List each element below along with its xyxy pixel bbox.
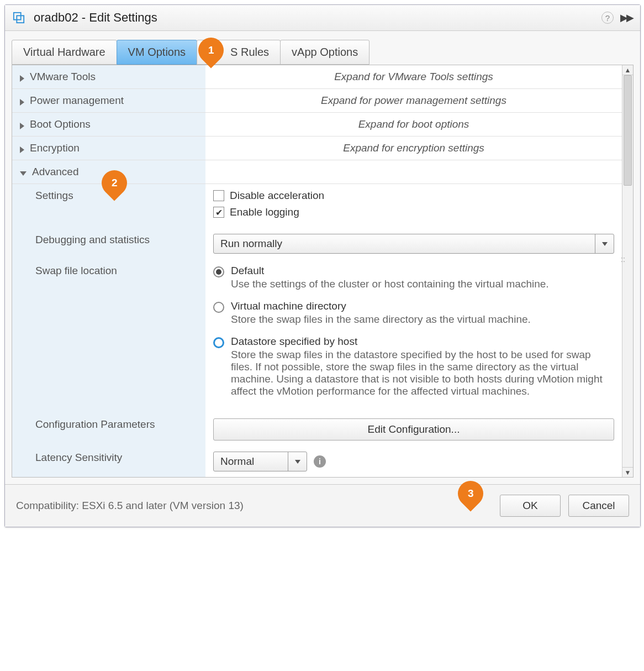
window-title: oradb02 - Edit Settings — [34, 11, 601, 25]
swap-label: Swap file location — [35, 265, 117, 277]
checkbox-disable-acceleration[interactable] — [213, 190, 224, 201]
tab-virtual-hardware[interactable]: Virtual Hardware — [12, 40, 117, 65]
dropdown-debugging[interactable]: Run normally — [213, 234, 614, 254]
radio-desc: Store the swap files in the datastore sp… — [231, 349, 614, 397]
chevron-down-icon[interactable] — [595, 234, 614, 253]
checkbox-label: Disable acceleration — [230, 190, 324, 202]
radio-label: Datastore specified by host — [231, 336, 614, 348]
row-configuration-parameters: Configuration Parameters Edit Configurat… — [12, 413, 622, 446]
tab-vapp-options[interactable]: vApp Options — [280, 40, 369, 65]
dropdown-value: Normal — [214, 452, 288, 471]
radio-swap-default[interactable] — [213, 266, 224, 277]
section-hint: Expand for power management settings — [213, 95, 614, 107]
ok-button[interactable]: OK — [500, 495, 561, 517]
chevron-down-icon — [20, 171, 27, 176]
tabbar: Virtual Hardware VM Options S Rules vApp… — [5, 31, 640, 65]
radio-label: Virtual machine directory — [231, 300, 531, 312]
scroll-thumb[interactable] — [624, 75, 632, 186]
radio-desc: Use the settings of the cluster or host … — [231, 278, 549, 290]
section-label: Boot Options — [30, 118, 91, 130]
scrollbar[interactable]: ▲ :: ▼ — [622, 65, 633, 477]
row-settings: Settings Disable acceleration ✔ Enable l… — [12, 184, 622, 228]
section-boot-options[interactable]: Boot Options Expand for boot options — [12, 113, 622, 137]
chevron-down-icon[interactable] — [288, 452, 307, 471]
section-label: Advanced — [32, 166, 79, 178]
vm-icon — [13, 12, 25, 24]
chevron-right-icon — [20, 99, 24, 106]
section-vmware-tools[interactable]: VMware Tools Expand for VMware Tools set… — [12, 65, 622, 89]
radio-swap-datastore[interactable] — [213, 337, 224, 348]
section-label: VMware Tools — [30, 71, 96, 83]
row-latency-sensitivity: Latency Sensitivity Normal i — [12, 446, 622, 477]
scroll-up-icon[interactable]: ▲ — [622, 65, 633, 75]
expand-icon[interactable]: ▶▶ — [620, 12, 632, 24]
latency-label: Latency Sensitivity — [35, 452, 122, 464]
section-label: Power management — [30, 95, 124, 107]
radio-desc: Store the swap files in the same directo… — [231, 313, 531, 326]
radio-swap-vmdir[interactable] — [213, 302, 224, 313]
edit-configuration-button[interactable]: Edit Configuration... — [213, 418, 614, 441]
checkbox-label: Enable logging — [230, 206, 299, 218]
chevron-right-icon — [20, 123, 24, 129]
row-swap-file-location: Swap file location Default Use the setti… — [12, 259, 622, 413]
checkbox-enable-logging[interactable]: ✔ — [213, 207, 224, 218]
section-hint: Expand for VMware Tools settings — [213, 71, 614, 83]
titlebar: oradb02 - Edit Settings ? ▶▶ — [5, 5, 640, 31]
chevron-right-icon — [20, 75, 24, 82]
debugging-label: Debugging and statistics — [35, 234, 150, 246]
settings-label: Settings — [35, 190, 73, 202]
chevron-right-icon — [20, 146, 24, 153]
scroll-down-icon[interactable]: ▼ — [622, 467, 633, 477]
section-label: Encryption — [30, 142, 80, 154]
info-icon[interactable]: i — [314, 455, 326, 468]
content-area: VMware Tools Expand for VMware Tools set… — [12, 65, 634, 478]
section-hint: Expand for encryption settings — [213, 142, 614, 154]
footer: Compatibility: ESXi 6.5 and later (VM ve… — [5, 484, 640, 527]
dropdown-latency[interactable]: Normal — [213, 452, 307, 471]
section-power-management[interactable]: Power management Expand for power manage… — [12, 89, 622, 113]
section-encryption[interactable]: Encryption Expand for encryption setting… — [12, 137, 622, 160]
compatibility-text: Compatibility: ESXi 6.5 and later (VM ve… — [16, 500, 500, 512]
tab-vm-options[interactable]: VM Options — [117, 40, 197, 65]
help-icon[interactable]: ? — [601, 12, 614, 24]
section-hint: Expand for boot options — [213, 118, 614, 130]
dropdown-value: Run normally — [214, 234, 595, 253]
row-debugging: Debugging and statistics Run normally — [12, 228, 622, 259]
edit-settings-dialog: oradb02 - Edit Settings ? ▶▶ Virtual Har… — [4, 4, 641, 527]
radio-label: Default — [231, 265, 549, 277]
cancel-button[interactable]: Cancel — [568, 495, 629, 517]
config-params-label: Configuration Parameters — [35, 418, 155, 431]
